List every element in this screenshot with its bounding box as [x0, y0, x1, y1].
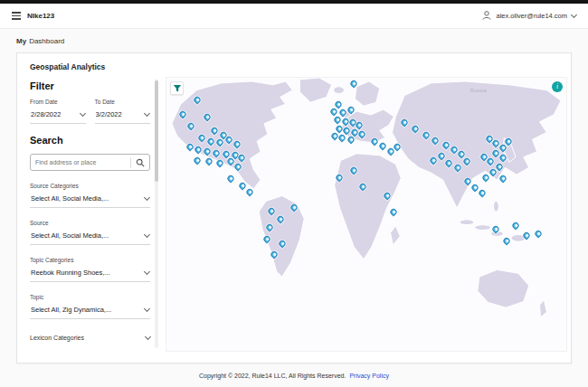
- map-pin[interactable]: [370, 137, 379, 146]
- map-pin[interactable]: [338, 109, 347, 118]
- map-pin[interactable]: [212, 148, 221, 157]
- geospatial-map[interactable]: Russia i: [166, 77, 567, 352]
- from-date-value: 2/28/2022: [31, 110, 61, 118]
- map-pin[interactable]: [226, 175, 235, 184]
- map-pin[interactable]: [441, 140, 450, 149]
- page-content: MyDashboard Geospatial Analytics Filter …: [0, 29, 588, 387]
- info-icon[interactable]: i: [552, 81, 563, 92]
- user-menu[interactable]: alex.oliver@rule14.com: [481, 8, 576, 24]
- from-date-field: From Date 2/28/2022: [30, 99, 86, 124]
- search-input[interactable]: [31, 159, 130, 165]
- source-categories-select[interactable]: Select All, Social Media,...: [30, 192, 150, 208]
- map-pin[interactable]: [394, 143, 403, 152]
- map-pin[interactable]: [491, 224, 500, 233]
- map-pin[interactable]: [495, 163, 504, 172]
- map-pin[interactable]: [502, 237, 511, 246]
- map-filter-icon[interactable]: [170, 81, 184, 95]
- map-pin[interactable]: [422, 131, 431, 140]
- map-pin[interactable]: [457, 149, 466, 158]
- menu-icon[interactable]: [12, 12, 21, 20]
- map-pin[interactable]: [487, 157, 496, 166]
- map-pin[interactable]: [233, 163, 242, 172]
- map-pin[interactable]: [222, 149, 231, 158]
- map-pin[interactable]: [504, 137, 513, 146]
- map-pin[interactable]: [346, 106, 356, 115]
- map-pin[interactable]: [378, 141, 387, 150]
- map-pin[interactable]: [224, 136, 233, 145]
- map-pin[interactable]: [330, 132, 339, 141]
- map-pin[interactable]: [445, 159, 454, 168]
- map-pin[interactable]: [206, 137, 215, 146]
- map-pin[interactable]: [349, 79, 358, 88]
- map-pin[interactable]: [522, 231, 531, 241]
- map-pin[interactable]: [245, 187, 254, 196]
- map-pin[interactable]: [278, 239, 287, 248]
- map-pin[interactable]: [498, 154, 507, 163]
- map-pin[interactable]: [437, 151, 446, 160]
- map-pin[interactable]: [186, 122, 195, 131]
- map-pin[interactable]: [498, 175, 507, 184]
- map-pin[interactable]: [341, 117, 350, 126]
- map-pin[interactable]: [470, 183, 479, 192]
- map-pin[interactable]: [197, 134, 206, 143]
- map-pin[interactable]: [383, 192, 392, 201]
- map-pin[interactable]: [267, 207, 276, 216]
- source-categories-label: Source Categories: [30, 183, 150, 189]
- privacy-policy-link[interactable]: Privacy Policy: [349, 373, 389, 379]
- map-pin[interactable]: [534, 230, 543, 239]
- map-pin[interactable]: [400, 118, 409, 127]
- map-pin[interactable]: [203, 146, 212, 156]
- map-pin[interactable]: [237, 154, 246, 163]
- map-pin[interactable]: [203, 112, 212, 121]
- lexicon-categories-select[interactable]: Lexicon Categories: [30, 335, 150, 341]
- brand-name: NIke123: [27, 12, 54, 20]
- map-pin[interactable]: [232, 140, 242, 149]
- filter-panel-scrollbar[interactable]: [155, 79, 158, 348]
- map-pin[interactable]: [488, 168, 498, 177]
- from-date-select[interactable]: 2/28/2022: [30, 108, 86, 124]
- map-pin[interactable]: [481, 173, 490, 182]
- map-pin[interactable]: [265, 223, 274, 232]
- scrollbar-thumb[interactable]: [155, 80, 158, 182]
- map-pin[interactable]: [193, 96, 202, 105]
- map-pin[interactable]: [193, 156, 202, 165]
- map-pin[interactable]: [389, 207, 398, 216]
- map-pin[interactable]: [289, 203, 299, 212]
- map-pin[interactable]: [238, 181, 247, 190]
- map-pin[interactable]: [210, 127, 219, 136]
- map-pin[interactable]: [429, 156, 438, 165]
- map-pin[interactable]: [453, 164, 462, 173]
- map-pin[interactable]: [511, 221, 520, 230]
- map-pin[interactable]: [204, 157, 213, 166]
- map-pin[interactable]: [185, 143, 194, 152]
- map-pin[interactable]: [432, 137, 441, 146]
- map-pin[interactable]: [357, 130, 366, 139]
- map-pin[interactable]: [463, 176, 472, 185]
- source-label: Source: [30, 220, 150, 226]
- map-pin[interactable]: [462, 157, 471, 166]
- map-pin[interactable]: [478, 189, 487, 198]
- topic-categories-select[interactable]: Reebok Running Shoes,...: [30, 266, 150, 282]
- map-pin[interactable]: [178, 109, 187, 118]
- map-pin[interactable]: [333, 115, 342, 124]
- breadcrumb-section: My: [16, 37, 26, 45]
- map-pin[interactable]: [270, 250, 279, 259]
- filter-panel: Filter From Date 2/28/2022 To Date 3/2/2…: [26, 77, 155, 352]
- header-left: NIke123: [12, 12, 54, 20]
- map-pin[interactable]: [262, 235, 271, 244]
- map-pin[interactable]: [349, 166, 358, 175]
- topic-select[interactable]: Select All, Zig Dynamica,...: [30, 303, 150, 319]
- map-pin[interactable]: [194, 145, 203, 154]
- search-icon[interactable]: [131, 155, 149, 170]
- to-date-select[interactable]: 3/2/2022: [95, 108, 151, 124]
- lexicon-categories-label: Lexicon Categories: [30, 335, 84, 341]
- map-pin[interactable]: [276, 214, 285, 223]
- map-pin[interactable]: [411, 125, 420, 134]
- source-select[interactable]: Select All, Social Media,...: [30, 229, 150, 245]
- map-pin[interactable]: [329, 107, 338, 116]
- map-pin[interactable]: [335, 173, 344, 182]
- map-pin[interactable]: [215, 159, 224, 168]
- source-categories-value: Select All, Social Media,...: [31, 194, 109, 203]
- map-pin[interactable]: [342, 127, 351, 136]
- map-pin[interactable]: [358, 182, 367, 191]
